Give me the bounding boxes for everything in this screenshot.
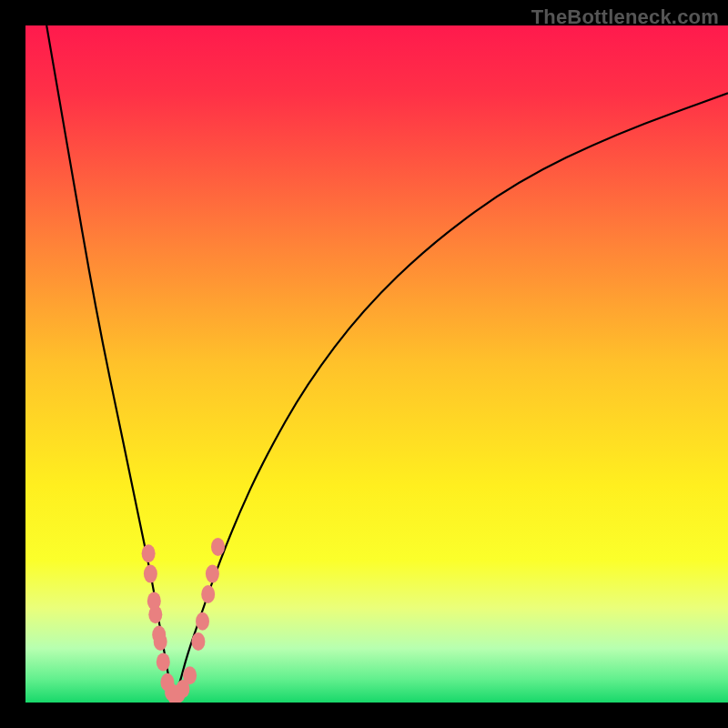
- highlight-dot: [201, 585, 215, 603]
- curve-layer: [25, 25, 728, 703]
- highlighted-points: [142, 538, 225, 703]
- plot-area: [25, 25, 728, 703]
- highlight-dot: [211, 538, 225, 556]
- chart-frame: TheBottleneck.com: [0, 0, 728, 728]
- watermark-text: TheBottleneck.com: [531, 5, 719, 29]
- highlight-dot: [191, 632, 205, 651]
- highlight-dot: [183, 666, 197, 684]
- highlight-dot: [196, 612, 209, 631]
- highlight-dot: [144, 565, 157, 583]
- highlight-dot: [142, 544, 156, 562]
- highlight-dot: [154, 632, 167, 651]
- highlight-dot: [157, 652, 170, 671]
- highlight-dot: [206, 565, 219, 583]
- highlight-dot: [148, 605, 162, 623]
